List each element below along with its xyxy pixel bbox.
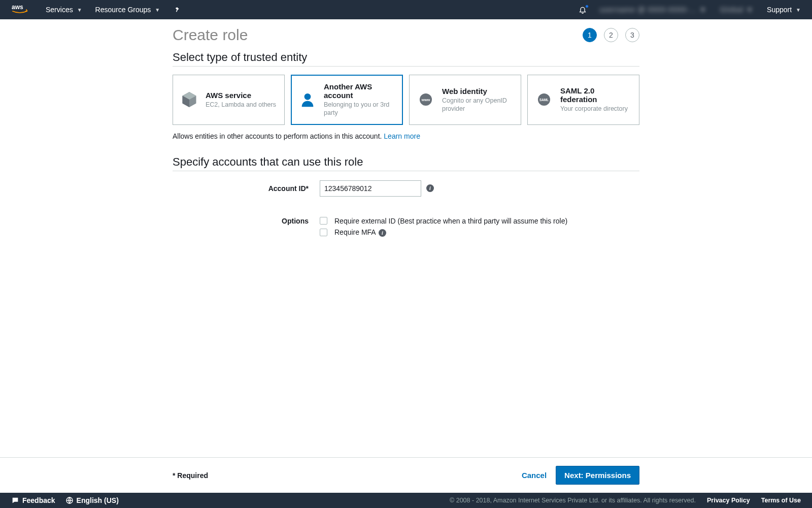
section-accounts: Specify accounts that can use this role xyxy=(173,155,639,171)
nav-services[interactable]: Services ▼ xyxy=(46,6,82,14)
options-label: Options xyxy=(173,217,320,225)
step-3[interactable]: 3 xyxy=(625,28,639,42)
notification-dot xyxy=(585,5,589,8)
card-saml[interactable]: SAML SAML 2.0 federation Your corporate … xyxy=(527,75,639,125)
www-icon: www xyxy=(417,90,435,109)
pin-icon[interactable] xyxy=(173,6,180,13)
feedback-link[interactable]: Feedback xyxy=(11,496,55,504)
help-text: Allows entities in other accounts to per… xyxy=(173,132,639,140)
svg-point-1 xyxy=(304,93,311,100)
card-web-identity[interactable]: www Web identity Cognito or any OpenID p… xyxy=(409,75,521,125)
card-title: SAML 2.0 federation xyxy=(560,86,632,104)
svg-text:www: www xyxy=(421,98,430,102)
terms-link[interactable]: Terms of Use xyxy=(761,497,801,504)
svg-text:SAML: SAML xyxy=(539,98,549,102)
card-sub: Cognito or any OpenID provider xyxy=(442,97,514,113)
info-icon[interactable]: i xyxy=(426,184,434,192)
learn-more-link[interactable]: Learn more xyxy=(384,132,420,140)
region-menu[interactable]: Global ▼ xyxy=(720,6,754,14)
feedback-label: Feedback xyxy=(22,496,55,504)
cancel-button[interactable]: Cancel xyxy=(522,471,547,480)
step-1[interactable]: 1 xyxy=(583,28,597,42)
checkbox-mfa[interactable] xyxy=(320,229,327,236)
language-selector[interactable]: English (US) xyxy=(65,496,119,504)
globe-icon xyxy=(65,496,74,504)
account-id-label: Account ID* xyxy=(173,184,320,193)
card-title: Web identity xyxy=(442,87,514,96)
speech-bubble-icon xyxy=(11,496,19,504)
card-title: Another AWS account xyxy=(324,82,395,100)
nav-support-label: Support xyxy=(767,6,792,14)
bottom-bar: * Required Cancel Next: Permissions xyxy=(0,457,812,493)
chevron-down-icon: ▼ xyxy=(796,7,801,13)
card-sub: Your corporate directory xyxy=(560,105,632,113)
step-2[interactable]: 2 xyxy=(604,28,618,42)
saml-icon: SAML xyxy=(535,90,553,109)
info-icon[interactable]: i xyxy=(379,229,386,237)
card-sub: EC2, Lambda and others xyxy=(206,101,276,109)
checkbox-external-id-label: Require external ID (Best practice when … xyxy=(334,217,567,225)
language-label: English (US) xyxy=(77,496,119,504)
card-another-account[interactable]: Another AWS account Belonging to you or … xyxy=(291,75,403,125)
required-note: * Required xyxy=(173,471,208,480)
card-aws-service[interactable]: AWS service EC2, Lambda and others xyxy=(173,75,285,125)
privacy-link[interactable]: Privacy Policy xyxy=(707,497,750,504)
checkbox-external-id[interactable] xyxy=(320,217,327,225)
card-title: AWS service xyxy=(206,91,276,100)
card-sub: Belonging to you or 3rd party xyxy=(324,101,395,117)
cube-icon xyxy=(180,90,198,109)
account-id-input[interactable] xyxy=(320,180,421,197)
nav-resource-groups[interactable]: Resource Groups ▼ xyxy=(95,6,160,14)
account-menu[interactable]: username @ 0000-0000-... ▼ xyxy=(600,6,707,14)
aws-logo[interactable]: aws xyxy=(11,4,32,16)
wizard-steps: 1 2 3 xyxy=(583,28,639,42)
checkbox-mfa-label: Require MFA i xyxy=(334,228,386,237)
help-text-body: Allows entities in other accounts to per… xyxy=(173,132,384,140)
copyright: © 2008 - 2018, Amazon Internet Services … xyxy=(450,497,696,504)
chevron-down-icon: ▼ xyxy=(155,7,160,13)
page-title: Create role xyxy=(173,26,248,44)
nav-services-label: Services xyxy=(46,6,73,14)
chevron-down-icon: ▼ xyxy=(77,7,82,13)
footer: Feedback English (US) © 2008 - 2018, Ama… xyxy=(0,493,812,508)
top-nav: aws Services ▼ Resource Groups ▼ usernam… xyxy=(0,0,812,19)
svg-text:aws: aws xyxy=(12,4,23,11)
notifications-icon[interactable] xyxy=(579,6,587,14)
section-trusted-entity: Select type of trusted entity xyxy=(173,51,639,67)
next-permissions-button[interactable]: Next: Permissions xyxy=(556,466,639,485)
user-icon xyxy=(298,90,317,109)
nav-support[interactable]: Support ▼ xyxy=(767,6,801,14)
nav-resource-groups-label: Resource Groups xyxy=(95,6,151,14)
